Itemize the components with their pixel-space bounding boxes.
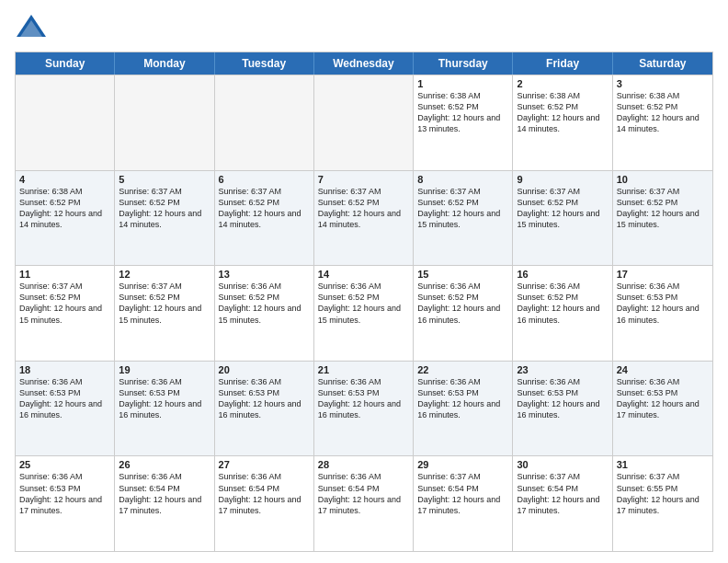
header-day-friday: Friday xyxy=(513,52,612,75)
day-info: Sunrise: 6:37 AM Sunset: 6:52 PM Dayligh… xyxy=(617,186,709,231)
day-cell-24: 24Sunrise: 6:36 AM Sunset: 6:53 PM Dayli… xyxy=(613,362,712,456)
day-cell-9: 9Sunrise: 6:37 AM Sunset: 6:52 PM Daylig… xyxy=(513,171,612,266)
header-day-saturday: Saturday xyxy=(613,52,712,75)
day-info: Sunrise: 6:37 AM Sunset: 6:55 PM Dayligh… xyxy=(617,471,709,516)
day-cell-26: 26Sunrise: 6:36 AM Sunset: 6:54 PM Dayli… xyxy=(115,456,214,551)
day-cell-6: 6Sunrise: 6:37 AM Sunset: 6:52 PM Daylig… xyxy=(215,171,314,266)
day-number: 9 xyxy=(517,174,608,185)
calendar: SundayMondayTuesdayWednesdayThursdayFrid… xyxy=(15,52,713,552)
day-number: 14 xyxy=(318,269,409,280)
day-cell-25: 25Sunrise: 6:36 AM Sunset: 6:53 PM Dayli… xyxy=(16,456,115,551)
week-row-5: 25Sunrise: 6:36 AM Sunset: 6:53 PM Dayli… xyxy=(16,455,712,551)
day-number: 5 xyxy=(119,174,210,185)
day-info: Sunrise: 6:36 AM Sunset: 6:53 PM Dayligh… xyxy=(617,281,709,326)
day-number: 25 xyxy=(19,459,110,470)
day-number: 3 xyxy=(617,78,709,89)
calendar-body: 1Sunrise: 6:38 AM Sunset: 6:52 PM Daylig… xyxy=(16,75,712,551)
day-info: Sunrise: 6:36 AM Sunset: 6:53 PM Dayligh… xyxy=(219,376,310,421)
day-info: Sunrise: 6:37 AM Sunset: 6:52 PM Dayligh… xyxy=(318,186,409,231)
day-cell-23: 23Sunrise: 6:36 AM Sunset: 6:53 PM Dayli… xyxy=(513,362,612,456)
empty-cell xyxy=(314,75,414,170)
day-cell-21: 21Sunrise: 6:36 AM Sunset: 6:53 PM Dayli… xyxy=(314,362,414,456)
day-info: Sunrise: 6:38 AM Sunset: 6:52 PM Dayligh… xyxy=(517,90,608,135)
day-cell-31: 31Sunrise: 6:37 AM Sunset: 6:55 PM Dayli… xyxy=(613,456,712,551)
day-info: Sunrise: 6:37 AM Sunset: 6:52 PM Dayligh… xyxy=(119,186,210,231)
day-number: 15 xyxy=(417,269,508,280)
day-cell-7: 7Sunrise: 6:37 AM Sunset: 6:52 PM Daylig… xyxy=(314,171,414,266)
day-number: 18 xyxy=(19,364,110,375)
day-info: Sunrise: 6:36 AM Sunset: 6:53 PM Dayligh… xyxy=(19,376,110,421)
day-cell-4: 4Sunrise: 6:38 AM Sunset: 6:52 PM Daylig… xyxy=(16,171,115,266)
day-cell-2: 2Sunrise: 6:38 AM Sunset: 6:52 PM Daylig… xyxy=(513,75,612,170)
day-info: Sunrise: 6:37 AM Sunset: 6:52 PM Dayligh… xyxy=(119,281,210,326)
header-day-thursday: Thursday xyxy=(414,52,513,75)
day-cell-14: 14Sunrise: 6:36 AM Sunset: 6:52 PM Dayli… xyxy=(314,266,414,361)
day-number: 30 xyxy=(517,459,608,470)
day-info: Sunrise: 6:37 AM Sunset: 6:54 PM Dayligh… xyxy=(417,471,508,516)
day-info: Sunrise: 6:37 AM Sunset: 6:52 PM Dayligh… xyxy=(19,281,110,326)
day-info: Sunrise: 6:36 AM Sunset: 6:53 PM Dayligh… xyxy=(119,376,210,421)
day-number: 21 xyxy=(318,364,409,375)
day-cell-11: 11Sunrise: 6:37 AM Sunset: 6:52 PM Dayli… xyxy=(16,266,115,361)
day-number: 16 xyxy=(517,269,608,280)
page: SundayMondayTuesdayWednesdayThursdayFrid… xyxy=(0,0,728,563)
day-number: 4 xyxy=(19,174,110,185)
day-cell-1: 1Sunrise: 6:38 AM Sunset: 6:52 PM Daylig… xyxy=(414,75,513,170)
day-number: 12 xyxy=(119,269,210,280)
day-cell-8: 8Sunrise: 6:37 AM Sunset: 6:52 PM Daylig… xyxy=(414,171,513,266)
day-cell-27: 27Sunrise: 6:36 AM Sunset: 6:54 PM Dayli… xyxy=(215,456,314,551)
logo xyxy=(15,11,51,44)
day-info: Sunrise: 6:37 AM Sunset: 6:52 PM Dayligh… xyxy=(517,186,608,231)
day-number: 29 xyxy=(417,459,508,470)
day-cell-28: 28Sunrise: 6:36 AM Sunset: 6:54 PM Dayli… xyxy=(314,456,414,551)
day-cell-5: 5Sunrise: 6:37 AM Sunset: 6:52 PM Daylig… xyxy=(115,171,214,266)
day-cell-19: 19Sunrise: 6:36 AM Sunset: 6:53 PM Dayli… xyxy=(115,362,214,456)
week-row-4: 18Sunrise: 6:36 AM Sunset: 6:53 PM Dayli… xyxy=(16,361,712,456)
header xyxy=(15,11,713,44)
day-info: Sunrise: 6:36 AM Sunset: 6:52 PM Dayligh… xyxy=(318,281,409,326)
day-number: 13 xyxy=(219,269,310,280)
week-row-3: 11Sunrise: 6:37 AM Sunset: 6:52 PM Dayli… xyxy=(16,265,712,361)
day-number: 7 xyxy=(318,174,409,185)
day-info: Sunrise: 6:36 AM Sunset: 6:53 PM Dayligh… xyxy=(517,376,608,421)
day-info: Sunrise: 6:36 AM Sunset: 6:52 PM Dayligh… xyxy=(517,281,608,326)
header-day-wednesday: Wednesday xyxy=(314,52,414,75)
day-info: Sunrise: 6:38 AM Sunset: 6:52 PM Dayligh… xyxy=(617,90,709,135)
day-cell-29: 29Sunrise: 6:37 AM Sunset: 6:54 PM Dayli… xyxy=(414,456,513,551)
week-row-2: 4Sunrise: 6:38 AM Sunset: 6:52 PM Daylig… xyxy=(16,170,712,266)
logo-icon xyxy=(15,11,48,44)
day-info: Sunrise: 6:36 AM Sunset: 6:53 PM Dayligh… xyxy=(417,376,508,421)
empty-cell xyxy=(16,75,115,170)
day-cell-20: 20Sunrise: 6:36 AM Sunset: 6:53 PM Dayli… xyxy=(215,362,314,456)
header-day-sunday: Sunday xyxy=(16,52,115,75)
day-cell-22: 22Sunrise: 6:36 AM Sunset: 6:53 PM Dayli… xyxy=(414,362,513,456)
day-info: Sunrise: 6:36 AM Sunset: 6:54 PM Dayligh… xyxy=(318,471,409,516)
day-info: Sunrise: 6:36 AM Sunset: 6:53 PM Dayligh… xyxy=(318,376,409,421)
day-number: 17 xyxy=(617,269,709,280)
day-info: Sunrise: 6:36 AM Sunset: 6:52 PM Dayligh… xyxy=(219,281,310,326)
header-day-tuesday: Tuesday xyxy=(215,52,314,75)
day-cell-30: 30Sunrise: 6:37 AM Sunset: 6:54 PM Dayli… xyxy=(513,456,612,551)
empty-cell xyxy=(115,75,214,170)
day-number: 26 xyxy=(119,459,210,470)
day-number: 19 xyxy=(119,364,210,375)
day-number: 11 xyxy=(19,269,110,280)
day-info: Sunrise: 6:37 AM Sunset: 6:52 PM Dayligh… xyxy=(219,186,310,231)
day-number: 1 xyxy=(417,78,508,89)
day-cell-12: 12Sunrise: 6:37 AM Sunset: 6:52 PM Dayli… xyxy=(115,266,214,361)
day-info: Sunrise: 6:36 AM Sunset: 6:54 PM Dayligh… xyxy=(219,471,310,516)
day-number: 20 xyxy=(219,364,310,375)
day-info: Sunrise: 6:37 AM Sunset: 6:54 PM Dayligh… xyxy=(517,471,608,516)
day-number: 10 xyxy=(617,174,709,185)
day-number: 8 xyxy=(417,174,508,185)
day-number: 23 xyxy=(517,364,608,375)
day-cell-15: 15Sunrise: 6:36 AM Sunset: 6:52 PM Dayli… xyxy=(414,266,513,361)
day-cell-3: 3Sunrise: 6:38 AM Sunset: 6:52 PM Daylig… xyxy=(613,75,712,170)
day-info: Sunrise: 6:36 AM Sunset: 6:54 PM Dayligh… xyxy=(119,471,210,516)
day-cell-13: 13Sunrise: 6:36 AM Sunset: 6:52 PM Dayli… xyxy=(215,266,314,361)
day-info: Sunrise: 6:38 AM Sunset: 6:52 PM Dayligh… xyxy=(19,186,110,231)
day-info: Sunrise: 6:38 AM Sunset: 6:52 PM Dayligh… xyxy=(417,90,508,135)
day-number: 2 xyxy=(517,78,608,89)
day-number: 27 xyxy=(219,459,310,470)
day-cell-10: 10Sunrise: 6:37 AM Sunset: 6:52 PM Dayli… xyxy=(613,171,712,266)
